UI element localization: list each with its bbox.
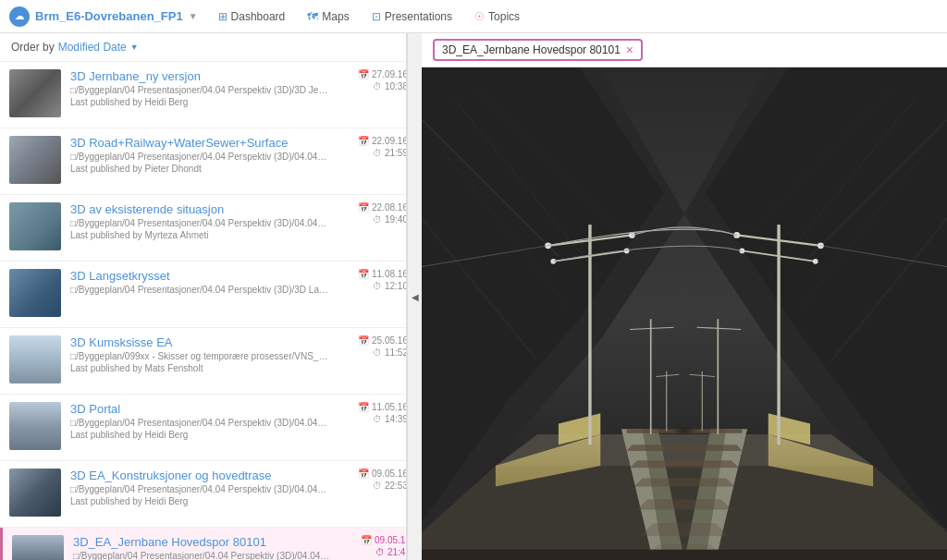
nav-topics[interactable]: ☉ Topics: [465, 6, 529, 27]
calendar-icon-1: 📅: [358, 69, 369, 79]
calendar-icon-6: 📅: [358, 402, 369, 412]
svg-marker-14: [627, 444, 743, 451]
presentation-item-7[interactable]: 3D EA_Konstruksjoner og hovedtrase □/Byg…: [0, 461, 406, 528]
item-path-6: □/Byggeplan/04 Presentasjoner/04.04 Pers…: [70, 418, 329, 428]
calendar-icon-7: 📅: [358, 469, 369, 479]
svg-point-25: [624, 249, 630, 254]
presentation-item-8[interactable]: 3D_EA_Jernbane Hovedspor 80101 □/Byggepl…: [0, 528, 406, 560]
nav-maps-label: Maps: [322, 10, 349, 23]
right-header: 3D_EA_Jernbane Hovedspor 80101 ×: [422, 33, 947, 67]
item-title-7: 3D EA_Konstruksjoner og hovedtrase: [70, 469, 329, 482]
project-logo[interactable]: ☁ Brm_E6-Dovrebanen_FP1 ▼: [9, 6, 198, 27]
item-content-7: 3D EA_Konstruksjoner og hovedtrase □/Byg…: [70, 469, 329, 519]
presentations-list: 3D Jernbane_ny versjon □/Byggeplan/04 Pr…: [0, 62, 406, 560]
item-date-5: 📅 25.05.16: [358, 335, 406, 346]
calendar-icon-3: 📅: [358, 202, 369, 213]
item-date-7: 📅 09.05.16: [358, 469, 406, 479]
svg-marker-17: [637, 499, 732, 509]
item-meta-5: 📅 25.05.16 ⏱ 11:52: [338, 335, 406, 386]
tag-close-button[interactable]: ×: [626, 43, 633, 56]
cloud-icon: ☁: [9, 6, 30, 27]
calendar-icon-8: 📅: [361, 535, 372, 545]
item-thumbnail-7: [9, 469, 61, 517]
nav-presentations[interactable]: ⊡ Presentations: [363, 6, 461, 27]
clock-icon-2: ⏱: [373, 148, 382, 158]
item-meta-2: 📅 22.09.16 ⏱ 21:59: [338, 136, 406, 187]
item-content-1: 3D Jernbane_ny versjon □/Byggeplan/04 Pr…: [70, 69, 329, 120]
item-author-7: Last published by Heidi Berg: [70, 496, 329, 506]
svg-marker-16: [634, 479, 735, 487]
item-author-5: Last published by Mats Fensholt: [70, 363, 329, 373]
presentation-item-4[interactable]: 3D Langsetkrysset □/Byggeplan/04 Present…: [0, 262, 406, 328]
main-layout: Order by Modified Date ▼ 3D Jernbane_ny …: [0, 33, 947, 560]
item-path-4: □/Byggeplan/04 Presentasjoner/04.04 Pers…: [70, 285, 329, 295]
clock-icon-3: ⏱: [373, 214, 382, 225]
item-time-3: ⏱ 19:40: [373, 214, 406, 225]
order-value-label[interactable]: Modified Date: [58, 41, 127, 54]
item-date-3: 📅 22.08.16: [358, 202, 406, 213]
order-prefix-label: Order by: [11, 41, 55, 54]
item-author-2: Last published by Pieter Dhondt: [70, 164, 329, 174]
item-thumbnail-5: [9, 335, 61, 383]
presentation-item-5[interactable]: 3D Kumsksisse EA □/Byggeplan/099xx - Ski…: [0, 328, 406, 395]
item-date-1: 📅 27.09.16: [358, 69, 406, 79]
clock-icon-4: ⏱: [373, 281, 382, 291]
item-title-2: 3D Road+Railway+WaterSewer+Surface: [70, 136, 329, 150]
item-time-7: ⏱ 22:53: [373, 481, 406, 491]
calendar-icon-5: 📅: [358, 335, 369, 346]
item-thumbnail-4: [9, 269, 61, 317]
presentation-item-3[interactable]: 3D av eksisterende situasjon □/Byggeplan…: [0, 195, 406, 262]
item-date-6: 📅 11.05.16: [358, 402, 406, 412]
item-meta-3: 📅 22.08.16 ⏱ 19:40: [338, 202, 406, 253]
item-thumbnail-1: [9, 69, 61, 117]
svg-point-31: [813, 259, 818, 264]
item-content-2: 3D Road+Railway+WaterSewer+Surface □/Byg…: [70, 136, 329, 187]
presentation-item-2[interactable]: 3D Road+Railway+WaterSewer+Surface □/Byg…: [0, 128, 406, 195]
item-date-4: 📅 11.08.16: [358, 269, 406, 279]
item-title-6: 3D Portal: [70, 402, 329, 416]
item-thumbnail-2: [9, 136, 61, 184]
item-path-1: □/Byggeplan/04 Presentasjoner/04.04 Pers…: [70, 85, 329, 95]
item-time-1: ⏱ 10:38: [373, 81, 406, 91]
presentation-item-1[interactable]: 3D Jernbane_ny versjon □/Byggeplan/04 Pr…: [0, 62, 406, 128]
item-author-3: Last published by Myrteza Ahmeti: [70, 230, 329, 240]
item-time-2: ⏱ 21:59: [373, 148, 406, 158]
active-tag-label: 3D_EA_Jernbane Hovedspor 80101: [442, 43, 621, 56]
svg-point-42: [643, 408, 727, 440]
left-panel: Order by Modified Date ▼ 3D Jernbane_ny …: [0, 33, 407, 560]
item-author-6: Last published by Heidi Berg: [70, 430, 329, 440]
presentation-item-6[interactable]: 3D Portal □/Byggeplan/04 Presentasjoner/…: [0, 395, 406, 461]
calendar-icon-4: 📅: [358, 269, 369, 279]
right-panel: 3D_EA_Jernbane Hovedspor 80101 ×: [422, 33, 947, 560]
collapse-button[interactable]: ◀: [407, 33, 422, 560]
item-content-4: 3D Langsetkrysset □/Byggeplan/04 Present…: [70, 269, 329, 320]
item-meta-6: 📅 11.05.16 ⏱ 14:39: [338, 402, 406, 453]
dashboard-icon: ⊞: [218, 10, 228, 23]
item-meta-8: 📅 09.05.16 ⏱ 21:45: [341, 535, 406, 560]
nav-maps[interactable]: 🗺 Maps: [298, 6, 358, 27]
item-time-4: ⏱ 12:10: [373, 281, 406, 291]
item-thumbnail-3: [9, 202, 61, 250]
clock-icon-5: ⏱: [373, 347, 382, 358]
svg-rect-43: [422, 550, 947, 560]
3d-viewport: [422, 67, 947, 560]
topics-icon: ☉: [474, 10, 485, 23]
order-dropdown-icon[interactable]: ▼: [130, 43, 139, 52]
maps-icon: 🗺: [307, 10, 318, 23]
nav-dashboard[interactable]: ⊞ Dashboard: [209, 6, 295, 27]
item-title-4: 3D Langsetkrysset: [70, 269, 329, 283]
item-path-3: □/Byggeplan/04 Presentasjoner/04.04 Pers…: [70, 218, 329, 228]
item-title-3: 3D av eksisterende situasjon: [70, 202, 329, 216]
project-chevron-icon: ▼: [189, 11, 198, 21]
item-path-7: □/Byggeplan/04 Presentasjoner/04.04 Pers…: [70, 484, 329, 494]
collapse-arrow-icon: ◀: [412, 292, 419, 302]
item-title-8: 3D_EA_Jernbane Hovedspor 80101: [73, 535, 332, 549]
calendar-icon-2: 📅: [358, 136, 369, 146]
item-content-5: 3D Kumsksisse EA □/Byggeplan/099xx - Ski…: [70, 335, 329, 386]
item-path-8: □/Byggeplan/04 Presentasjoner/04.04 Pers…: [73, 551, 332, 560]
item-time-5: ⏱ 11:52: [373, 347, 406, 358]
item-title-5: 3D Kumsksisse EA: [70, 335, 329, 349]
svg-point-28: [733, 232, 740, 238]
item-thumbnail-8: [12, 535, 64, 560]
item-meta-1: 📅 27.09.16 ⏱ 10:38: [338, 69, 406, 120]
